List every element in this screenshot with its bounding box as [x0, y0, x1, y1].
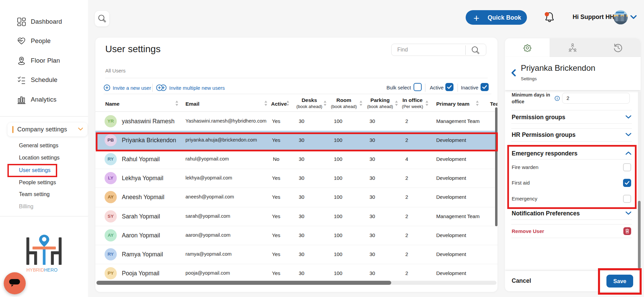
svg-text:HYBRIDHERO: HYBRIDHERO [26, 268, 58, 272]
